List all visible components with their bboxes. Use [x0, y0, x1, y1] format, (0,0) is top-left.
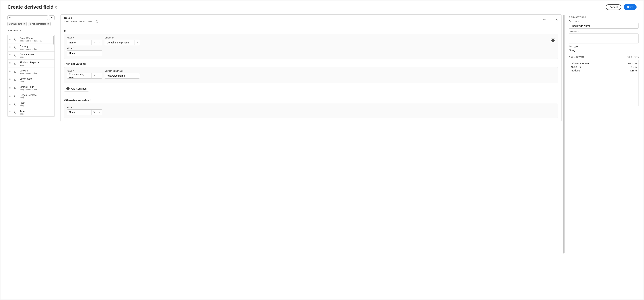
field-type-value: String: [568, 48, 639, 52]
filter-chip[interactable]: Is not deprecated ✕: [28, 22, 50, 26]
function-name: Merge Fields: [20, 85, 53, 88]
function-item[interactable]: ƒx Splitstring: [8, 100, 54, 108]
drag-handle-icon[interactable]: [10, 111, 10, 114]
combo-value: Contains the phrase: [105, 40, 134, 45]
field-type-label: Field type: [568, 45, 639, 48]
chevron-down-icon: [20, 29, 22, 31]
custom-string-input[interactable]: [105, 73, 140, 78]
function-name: Concatenate: [20, 53, 53, 56]
section-underline: [8, 33, 20, 33]
function-item[interactable]: ƒx Find and Replacestring: [8, 59, 54, 68]
filter-chip[interactable]: Contains data ✕: [8, 22, 26, 26]
output-pct: 69.57%: [628, 62, 637, 65]
match-value-input[interactable]: [67, 50, 102, 56]
dialog-title: Create derived field: [8, 4, 54, 10]
clear-icon[interactable]: ✕: [91, 110, 97, 115]
filter-button[interactable]: [49, 15, 55, 20]
svg-line-1: [11, 18, 11, 19]
description-textarea[interactable]: [568, 33, 639, 43]
drag-handle-icon[interactable]: [10, 78, 10, 81]
function-types: string: [20, 96, 53, 99]
collapse-icon[interactable]: [549, 18, 552, 21]
function-item[interactable]: ƒx Lookupstring, numeric, date: [8, 68, 54, 76]
drag-handle-icon[interactable]: [65, 49, 66, 51]
section-label: Functions: [8, 29, 18, 32]
then-block: Value * Custom string value ✕ Custom str…: [64, 67, 558, 83]
field-name-input[interactable]: [568, 23, 639, 28]
function-types: string, numeric, date: [20, 48, 53, 50]
criterion-combo[interactable]: Contains the phrase: [105, 40, 140, 45]
function-item[interactable]: ƒx Lowercasestring: [8, 76, 54, 84]
cancel-button[interactable]: Cancel: [606, 4, 621, 10]
more-icon[interactable]: [543, 18, 546, 21]
fx-icon: ƒx: [14, 78, 18, 81]
chip-label: Contains data: [9, 23, 22, 25]
output-pct: 4.35%: [630, 69, 637, 72]
functions-list: ƒx Case Whenstring, numeric, date, en… ƒ…: [8, 35, 55, 117]
add-condition-button[interactable]: + Add Condition: [64, 86, 89, 91]
help-icon[interactable]: ?: [96, 20, 98, 23]
rule-card: Rule 1 CASE WHEN - FINAL OUTPUT ?: [60, 14, 562, 122]
function-item[interactable]: ƒx Merge Fieldsstring, numeric, date: [8, 84, 54, 92]
field-settings-panel: FIELD SETTINGS Field name * Description …: [565, 13, 643, 299]
drag-handle-icon[interactable]: [10, 95, 10, 97]
scrollbar-track: [563, 15, 564, 286]
then-label: Then set value to: [64, 62, 558, 65]
value-label: Value *: [67, 36, 102, 39]
fx-icon: ƒx: [14, 54, 18, 57]
combo-value: Name: [67, 110, 91, 115]
function-name: Trim: [20, 110, 53, 113]
otherwise-label: Otherwise set value to: [64, 99, 558, 102]
fx-icon: ƒx: [14, 38, 18, 41]
search-input-wrap[interactable]: [8, 15, 48, 20]
scrollbar-thumb[interactable]: [53, 36, 54, 44]
otherwise-block: Value * Name ✕: [64, 104, 558, 118]
drag-handle-icon[interactable]: [10, 46, 10, 48]
drag-handle-icon[interactable]: [10, 103, 10, 105]
then-value-combo[interactable]: Custom string value ✕: [67, 73, 102, 78]
rule-separator: [64, 95, 558, 95]
drag-handle-icon[interactable]: [10, 62, 10, 65]
if-value-combo[interactable]: Name ✕: [67, 40, 102, 45]
chevron-down-icon[interactable]: [97, 110, 102, 115]
functions-sidebar: Contains data ✕ Is not deprecated ✕ Func…: [8, 13, 57, 299]
chevron-down-icon[interactable]: [97, 73, 102, 78]
scrollbar-thumb[interactable]: [563, 15, 564, 254]
combo-value: Custom string value: [67, 73, 91, 78]
rule-title: Rule 1: [64, 16, 98, 19]
function-name: Classify: [20, 45, 53, 48]
if-label: If: [64, 29, 558, 32]
function-types: string, numeric, date, en…: [20, 40, 53, 42]
value-label: Value *: [67, 47, 102, 50]
function-item[interactable]: ƒx Classifystring, numeric, date: [8, 43, 54, 52]
function-item[interactable]: ƒx Regex Replacestring: [8, 92, 54, 100]
chip-remove-icon[interactable]: ✕: [47, 23, 49, 25]
drag-handle-icon[interactable]: [10, 71, 10, 73]
function-item[interactable]: ƒx Trimstring: [8, 108, 54, 116]
combo-value: Name: [67, 40, 91, 45]
save-button[interactable]: Save: [624, 4, 636, 10]
function-types: string, numeric, date: [20, 88, 53, 91]
clear-icon[interactable]: ✕: [91, 73, 97, 78]
function-types: string: [20, 56, 53, 58]
function-item[interactable]: ƒx Case Whenstring, numeric, date, en…: [8, 35, 54, 43]
chevron-down-icon[interactable]: [134, 40, 140, 45]
plus-icon: +: [552, 39, 554, 42]
drag-handle-icon[interactable]: [10, 87, 10, 89]
drag-handle-icon[interactable]: [10, 38, 10, 40]
help-icon[interactable]: ?: [55, 6, 58, 8]
function-item[interactable]: ƒx Concatenatestring: [8, 52, 54, 60]
clear-icon[interactable]: ✕: [91, 40, 97, 45]
fx-icon: ƒx: [14, 46, 18, 49]
drag-handle-icon[interactable]: [10, 54, 10, 57]
description-label: Description: [568, 30, 639, 33]
chevron-down-icon[interactable]: [97, 40, 102, 45]
close-icon[interactable]: [555, 18, 558, 21]
function-item[interactable]: ƒx Url Parse: [8, 116, 54, 117]
chip-remove-icon[interactable]: ✕: [23, 23, 25, 25]
function-types: string, numeric, date: [20, 72, 53, 74]
function-name: Split: [20, 102, 53, 105]
search-input[interactable]: [12, 16, 46, 19]
otherwise-value-combo[interactable]: Name ✕: [67, 109, 102, 115]
add-criterion-button[interactable]: +: [551, 38, 555, 43]
